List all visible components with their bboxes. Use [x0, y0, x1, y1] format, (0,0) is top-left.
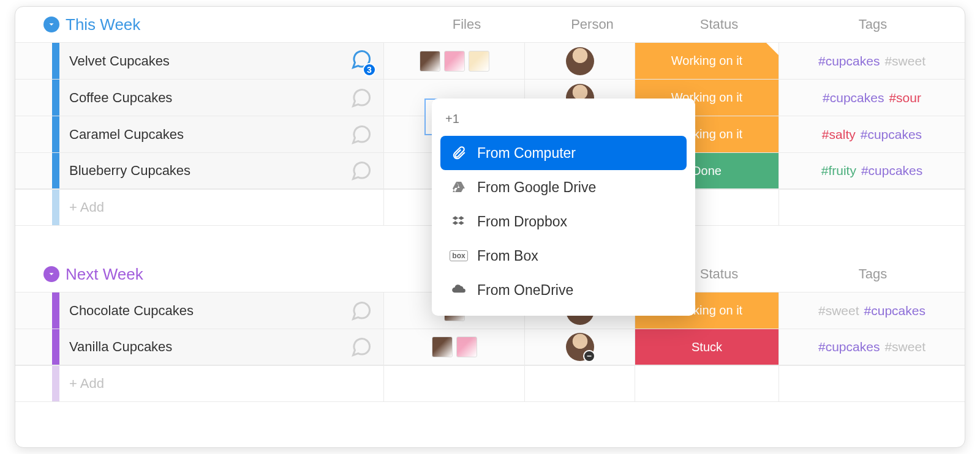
- popup-extra-count: +1: [440, 107, 687, 136]
- tags-cell[interactable]: #cupcakes #sweet: [778, 329, 965, 365]
- chevron-down-icon: [47, 20, 56, 29]
- table-row[interactable]: Vanilla Cupcakes Stuck #cupcakes #sweet: [15, 329, 965, 365]
- popup-item[interactable]: From OneDrive: [440, 273, 687, 307]
- tag[interactable]: #sweet: [884, 54, 925, 69]
- column-header-person[interactable]: Person: [537, 17, 647, 32]
- row-color-bar: [52, 43, 59, 79]
- box-icon: box: [450, 250, 467, 261]
- tag[interactable]: #cupcakes: [823, 91, 884, 105]
- tag[interactable]: #sweet: [884, 340, 925, 354]
- google-drive-icon: [451, 180, 466, 195]
- row-color-bar: [52, 116, 59, 152]
- collapse-toggle[interactable]: [43, 266, 59, 282]
- chat-icon[interactable]: [350, 336, 372, 358]
- avatar[interactable]: [566, 333, 594, 361]
- item-name-cell[interactable]: Chocolate Cupcakes: [59, 292, 384, 329]
- popup-item[interactable]: From Google Drive: [440, 170, 687, 204]
- column-header-status[interactable]: Status: [647, 17, 791, 32]
- column-header-tags[interactable]: Tags: [791, 17, 955, 32]
- item-name: Caramel Cupcakes: [69, 127, 184, 143]
- onedrive-icon: [451, 282, 467, 298]
- file-thumbnail[interactable]: [456, 337, 477, 357]
- tag[interactable]: #cupcakes: [861, 163, 922, 178]
- tag[interactable]: #salty: [822, 127, 856, 142]
- item-name-cell[interactable]: Caramel Cupcakes: [59, 116, 384, 152]
- item-name: Coffee Cupcakes: [69, 90, 172, 106]
- tag[interactable]: #cupcakes: [861, 127, 922, 142]
- tags-cell[interactable]: #sweet #cupcakes: [778, 292, 965, 329]
- popup-item-label: From OneDrive: [477, 282, 573, 299]
- avatar[interactable]: [566, 47, 594, 75]
- popup-item-label: From Computer: [477, 145, 576, 162]
- column-header-tags[interactable]: Tags: [791, 266, 955, 282]
- row-color-bar: [52, 292, 59, 329]
- status-badge-icon: [583, 350, 595, 362]
- dropbox-icon: [451, 214, 466, 229]
- file-thumbnail[interactable]: [469, 51, 489, 72]
- tag[interactable]: #cupcakes: [818, 340, 880, 354]
- tags-cell[interactable]: #fruity #cupcakes: [778, 153, 965, 188]
- paperclip-icon: [451, 145, 467, 161]
- tag[interactable]: #cupcakes: [818, 54, 880, 69]
- column-header-files[interactable]: Files: [396, 17, 537, 32]
- row-color-bar: [52, 153, 59, 188]
- add-item-label[interactable]: + Add: [59, 366, 384, 401]
- status-cell[interactable]: Working on it: [635, 43, 778, 79]
- popup-item[interactable]: From Dropbox: [440, 204, 687, 239]
- chat-count-badge: 3: [363, 63, 376, 76]
- chevron-down-icon: [47, 270, 56, 278]
- tag[interactable]: #sour: [889, 91, 921, 105]
- person-cell[interactable]: [525, 329, 635, 365]
- item-name: Velvet Cupcakes: [69, 53, 170, 69]
- row-color-bar: [52, 80, 59, 116]
- popup-item-label: From Google Drive: [477, 179, 596, 196]
- chat-icon[interactable]: 3: [350, 48, 372, 74]
- tags-cell[interactable]: #cupcakes #sour: [778, 80, 965, 116]
- collapse-toggle[interactable]: [43, 17, 59, 32]
- popup-item-label: From Box: [477, 248, 538, 264]
- file-thumbnail[interactable]: [444, 51, 465, 72]
- item-name-cell[interactable]: Coffee Cupcakes: [59, 80, 384, 116]
- row-color-bar: [52, 329, 59, 365]
- tag[interactable]: #sweet: [818, 303, 859, 318]
- item-name-cell[interactable]: Blueberry Cupcakes: [59, 153, 384, 188]
- tags-cell[interactable]: #salty #cupcakes: [778, 116, 965, 152]
- popup-item-label: From Dropbox: [477, 214, 567, 230]
- group-header: This Week Files Person Status Tags: [15, 7, 965, 42]
- add-item-row[interactable]: + Add: [15, 365, 965, 402]
- item-name: Blueberry Cupcakes: [69, 163, 190, 179]
- tag[interactable]: #cupcakes: [864, 303, 925, 318]
- chat-icon[interactable]: [350, 160, 372, 182]
- item-name: Chocolate Cupcakes: [69, 303, 194, 319]
- popup-item[interactable]: From Computer: [440, 136, 687, 170]
- files-cell[interactable]: [384, 43, 525, 79]
- file-source-popup: +1 From Computer From Google Drive From …: [432, 99, 695, 316]
- person-cell[interactable]: [525, 43, 635, 79]
- file-thumbnail[interactable]: [432, 337, 453, 357]
- chat-icon[interactable]: [350, 300, 372, 322]
- table-row[interactable]: Velvet Cupcakes 3 Working on it #cupcake…: [15, 42, 965, 79]
- files-cell[interactable]: [384, 329, 525, 365]
- tags-cell[interactable]: #cupcakes #sweet: [778, 43, 965, 79]
- tag[interactable]: #fruity: [821, 163, 856, 178]
- chat-icon[interactable]: [350, 87, 372, 109]
- group-title[interactable]: This Week: [66, 15, 396, 34]
- add-item-label[interactable]: + Add: [59, 190, 384, 225]
- item-name: Vanilla Cupcakes: [69, 339, 172, 355]
- item-name-cell[interactable]: Vanilla Cupcakes: [59, 329, 384, 365]
- popup-item[interactable]: box From Box: [440, 239, 687, 273]
- board: This Week Files Person Status Tags Velve…: [15, 6, 965, 448]
- file-thumbnail[interactable]: [420, 51, 440, 72]
- status-cell[interactable]: Stuck: [635, 329, 778, 365]
- chat-icon[interactable]: [350, 124, 372, 146]
- group-title[interactable]: Next Week: [66, 265, 396, 284]
- item-name-cell[interactable]: Velvet Cupcakes 3: [59, 43, 384, 79]
